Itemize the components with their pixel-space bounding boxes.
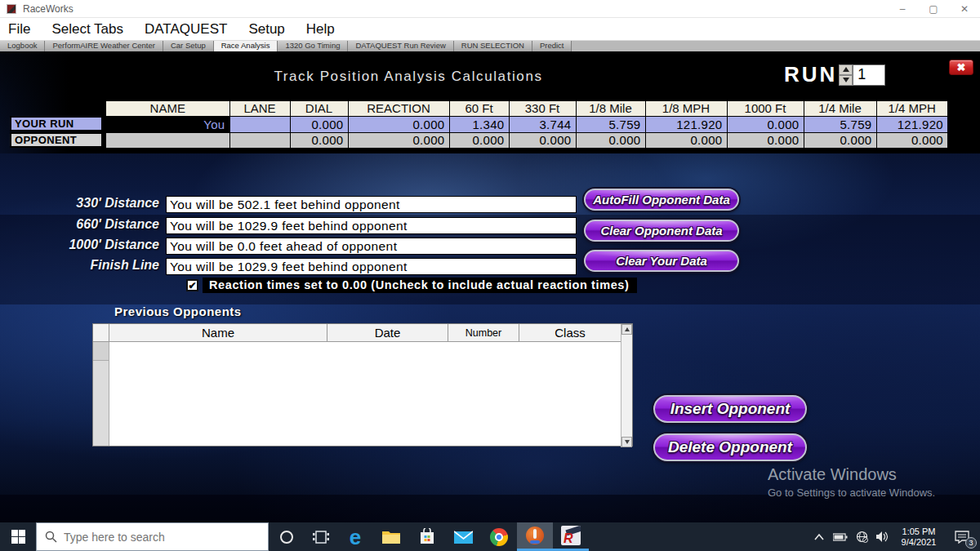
reaction-times-row: ✔ Reaction times set to 0.00 (Uncheck to… (186, 278, 637, 293)
window-titlebar: RaceWorks – ▢ ✕ (0, 0, 980, 18)
table-header-row: NAME LANE DIAL REACTION 60 Ft 330 Ft 1/8… (105, 100, 948, 116)
your-lane-cell[interactable] (229, 116, 290, 132)
tab-strip: Logbook PerformAIRE Weather Center Car S… (0, 41, 980, 51)
maximize-icon[interactable]: ▢ (918, 0, 949, 18)
network-icon[interactable] (851, 522, 872, 551)
minimize-icon[interactable]: – (887, 0, 918, 18)
taskbar-clock[interactable]: 1:05 PM 9/4/2021 (893, 527, 944, 548)
tab-run-selection[interactable]: RUN SELECTION (454, 41, 532, 51)
your-reaction-cell[interactable]: 0.000 (348, 116, 449, 132)
notification-center-button[interactable]: 3 (944, 522, 980, 551)
insert-opponent-button[interactable]: Insert Opponent (653, 395, 807, 423)
opp-dial-cell[interactable]: 0.000 (290, 132, 348, 149)
tab-1320-go-timing[interactable]: 1320 Go Timing (278, 41, 348, 51)
col-eighth-mile: 1/8 Mile (576, 100, 645, 116)
app-icon[interactable] (7, 3, 18, 15)
your-run-row: You 0.000 0.000 1.340 3.744 5.759 121.92… (105, 116, 948, 132)
label-330-distance: 330' Distance (10, 196, 159, 211)
tab-predict[interactable]: Predict (532, 41, 572, 51)
close-icon[interactable]: ✕ (949, 0, 980, 18)
tab-logbook[interactable]: Logbook (0, 41, 45, 51)
delete-opponent-button[interactable]: Delete Opponent (653, 433, 807, 461)
up-arrow-icon (843, 67, 849, 72)
mail-button[interactable] (445, 522, 481, 551)
opponent-row: 0.000 0.000 0.000 0.000 0.000 0.000 0.00… (105, 132, 948, 149)
task-view-icon (313, 530, 329, 544)
tray-chevron-icon[interactable] (808, 522, 830, 551)
tab-race-analysis[interactable]: Race Analysis (214, 41, 278, 51)
opponent-row-label: OPPONENT (10, 132, 103, 148)
volume-icon[interactable] (872, 522, 893, 551)
menu-file[interactable]: File (8, 21, 30, 38)
clear-your-data-button[interactable]: Clear Your Data (584, 250, 739, 272)
your-quarter-mph-cell[interactable]: 121.920 (876, 116, 948, 132)
your-60ft-cell[interactable]: 1.340 (449, 116, 509, 132)
opp-1000ft-cell[interactable]: 0.000 (727, 132, 804, 149)
taskbar-search[interactable] (36, 522, 269, 551)
your-run-row-label: YOUR RUN (10, 116, 103, 131)
vertical-scrollbar[interactable] (621, 324, 632, 447)
row-selector-cell[interactable] (93, 342, 109, 361)
task-view-button[interactable] (305, 522, 337, 551)
clear-opponent-data-button[interactable]: Clear Opponent Data (584, 220, 739, 242)
your-1000ft-cell[interactable]: 0.000 (727, 116, 804, 132)
taskbar: e (0, 522, 980, 551)
run-number-field[interactable]: 1 (853, 64, 885, 86)
row-selector-header (93, 324, 109, 341)
panel-close-button[interactable]: ✖ (949, 60, 973, 75)
race-analysis-panel: Track Position Analysis Calculations RUN… (0, 51, 980, 522)
raceworks-app-button[interactable]: R (553, 522, 589, 551)
label-660-distance: 660' Distance (10, 217, 159, 232)
opp-eighth-mph-cell[interactable]: 0.000 (645, 132, 727, 149)
raceworks-launcher-button[interactable] (517, 522, 553, 551)
field-330-distance[interactable]: You will be 502.1 feet behind opponent (166, 196, 577, 213)
edge-button[interactable]: e (337, 522, 373, 551)
menu-dataquest[interactable]: DATAQUEST (145, 21, 227, 38)
scroll-up-icon[interactable] (621, 324, 632, 335)
tab-performaire-weather-center[interactable]: PerformAIRE Weather Center (45, 41, 163, 51)
your-name-cell[interactable]: You (105, 116, 229, 132)
opp-reaction-cell[interactable]: 0.000 (348, 132, 449, 149)
reaction-times-checkbox[interactable]: ✔ (186, 279, 198, 291)
your-quarter-mile-cell[interactable]: 5.759 (804, 116, 876, 132)
your-eighth-mile-cell[interactable]: 5.759 (576, 116, 645, 132)
col-dial: DIAL (290, 100, 348, 116)
field-660-distance[interactable]: You will be 1029.9 feet behind opponent (166, 217, 577, 234)
menu-select-tabs[interactable]: Select Tabs (51, 21, 123, 38)
run-spinner-down[interactable] (839, 75, 853, 86)
your-330ft-cell[interactable]: 3.744 (509, 116, 576, 132)
run-spinner-up[interactable] (839, 64, 853, 75)
your-dial-cell[interactable]: 0.000 (290, 116, 348, 132)
previous-opponents-body (93, 342, 632, 446)
cortana-button[interactable] (269, 522, 305, 551)
autofill-opponent-data-button[interactable]: AutoFill Opponent Data (584, 189, 739, 211)
tab-dataquest-run-review[interactable]: DATAQUEST Run Review (348, 41, 453, 51)
search-input[interactable] (64, 531, 243, 544)
prev-col-name: Name (109, 324, 327, 341)
tab-car-setup[interactable]: Car Setup (163, 41, 214, 51)
battery-icon[interactable] (830, 522, 851, 551)
file-explorer-button[interactable] (373, 522, 409, 551)
opp-330ft-cell[interactable]: 0.000 (509, 132, 576, 149)
menu-bar: File Select Tabs DATAQUEST Setup Help (0, 18, 980, 41)
opp-60ft-cell[interactable]: 0.000 (449, 132, 509, 149)
field-finish-line[interactable]: You will be 1029.9 feet behind opponent (166, 258, 577, 275)
run-selector: RUN 1 (784, 62, 885, 87)
chrome-button[interactable] (481, 522, 517, 551)
search-icon (45, 531, 57, 543)
opp-lane-cell[interactable] (229, 132, 290, 149)
menu-help[interactable]: Help (306, 21, 335, 38)
col-1000ft: 1000 Ft (727, 100, 804, 116)
field-1000-distance[interactable]: You will be 0.0 feet ahead of opponent (166, 238, 577, 255)
start-button[interactable] (0, 522, 36, 551)
your-eighth-mph-cell[interactable]: 121.920 (645, 116, 727, 132)
previous-opponents-rows[interactable] (109, 342, 632, 446)
scroll-down-icon[interactable] (621, 437, 632, 447)
menu-setup[interactable]: Setup (248, 21, 284, 38)
opp-quarter-mph-cell[interactable]: 0.000 (876, 132, 948, 149)
opp-quarter-mile-cell[interactable]: 0.000 (804, 132, 876, 149)
notification-count-badge: 3 (965, 537, 977, 549)
opp-eighth-mile-cell[interactable]: 0.000 (576, 132, 645, 149)
opp-name-cell[interactable] (105, 132, 229, 149)
store-button[interactable] (409, 522, 445, 551)
